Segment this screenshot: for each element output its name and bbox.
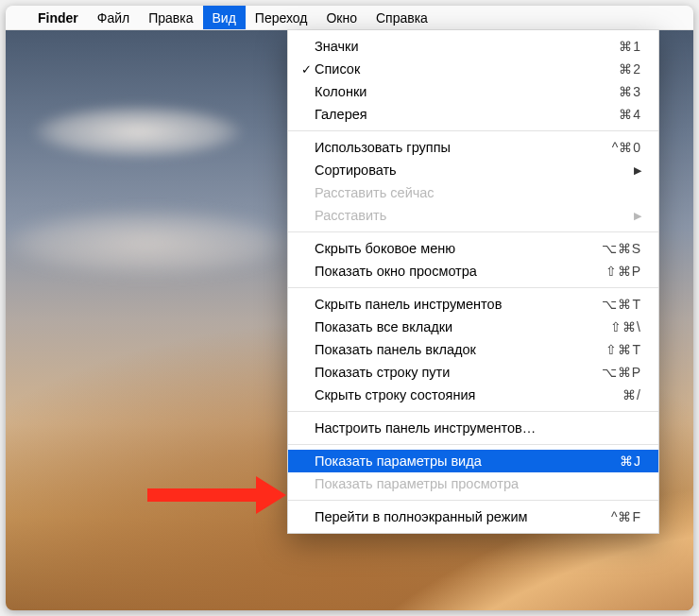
menu-item-label: Скрыть строку состояния bbox=[315, 387, 622, 402]
menu-item-shortcut: ⌥⌘S bbox=[602, 241, 641, 256]
menu-help[interactable]: Справка bbox=[367, 6, 437, 29]
menu-item-label: Скрыть панель инструментов bbox=[315, 297, 602, 312]
menu-item-label: Расставить bbox=[315, 208, 634, 223]
menu-item-label: Сортировать bbox=[315, 163, 634, 178]
checkmark-icon: ✓ bbox=[298, 62, 315, 77]
menu-item-shortcut: ⌥⌘T bbox=[602, 297, 641, 312]
menu-item-label: Список bbox=[315, 61, 619, 77]
menu-item-shortcut: ^⌘F bbox=[611, 509, 641, 524]
menu-separator bbox=[288, 411, 658, 412]
menu-item-shortcut: ⌘1 bbox=[619, 39, 641, 54]
menu-item: Расставить сейчас bbox=[288, 181, 658, 204]
menu-item-shortcut: ⇧⌘T bbox=[605, 342, 641, 357]
menu-item[interactable]: Показать все вкладки⇧⌘\ bbox=[288, 316, 658, 338]
menu-item[interactable]: Колонки⌘3 bbox=[288, 80, 658, 103]
menu-item-label: Галерея bbox=[315, 107, 619, 122]
menu-item[interactable]: Показать панель вкладок⇧⌘T bbox=[288, 338, 658, 361]
menu-go[interactable]: Переход bbox=[246, 6, 317, 29]
menu-item[interactable]: Перейти в полноэкранный режим^⌘F bbox=[288, 505, 658, 528]
menu-item-shortcut: ⌘/ bbox=[622, 387, 641, 402]
chevron-right-icon: ▶ bbox=[634, 164, 641, 177]
menu-item-shortcut: ⇧⌘P bbox=[605, 264, 641, 279]
menu-item-label: Показать панель вкладок bbox=[315, 342, 605, 357]
menu-separator bbox=[288, 130, 658, 131]
menu-item[interactable]: Использовать группы^⌘0 bbox=[288, 136, 658, 159]
menu-item[interactable]: Настроить панель инструментов… bbox=[288, 417, 658, 439]
menu-separator bbox=[288, 444, 658, 445]
menu-view[interactable]: Вид bbox=[203, 6, 246, 29]
menu-item-label: Показать все вкладки bbox=[315, 319, 610, 334]
menu-item[interactable]: Показать строку пути⌥⌘P bbox=[288, 361, 658, 384]
menu-item[interactable]: Скрыть боковое меню⌥⌘S bbox=[288, 237, 658, 260]
menu-item: Показать параметры просмотра bbox=[288, 472, 658, 495]
menu-item[interactable]: Значки⌘1 bbox=[288, 35, 658, 58]
menu-item-shortcut: ⇧⌘\ bbox=[610, 319, 641, 334]
menu-window[interactable]: Окно bbox=[316, 6, 367, 29]
menu-item[interactable]: ✓Список⌘2 bbox=[288, 58, 658, 80]
menu-item-label: Показать параметры вида bbox=[315, 453, 620, 469]
menu-item-shortcut: ⌘4 bbox=[619, 107, 641, 122]
view-menu-dropdown: Значки⌘1✓Список⌘2Колонки⌘3Галерея⌘4Испол… bbox=[287, 30, 659, 534]
menu-item-label: Использовать группы bbox=[315, 140, 612, 155]
menu-item-label: Колонки bbox=[315, 84, 619, 99]
app-name[interactable]: Finder bbox=[28, 6, 88, 29]
menu-edit[interactable]: Правка bbox=[139, 6, 202, 29]
annotation-arrow bbox=[147, 476, 286, 514]
menu-item-label: Показать окно просмотра bbox=[315, 264, 605, 279]
menu-item-label: Расставить сейчас bbox=[315, 185, 641, 200]
menu-item-shortcut: ⌘J bbox=[620, 453, 641, 469]
menu-item[interactable]: Скрыть строку состояния⌘/ bbox=[288, 384, 658, 406]
menu-item[interactable]: Сортировать▶ bbox=[288, 159, 658, 181]
menu-item[interactable]: Показать параметры вида⌘J bbox=[288, 450, 658, 472]
menu-item-label: Значки bbox=[315, 39, 619, 54]
menu-item-shortcut: ⌘2 bbox=[619, 61, 641, 77]
chevron-right-icon: ▶ bbox=[634, 210, 641, 222]
menu-file[interactable]: Файл bbox=[88, 6, 139, 29]
menu-item[interactable]: Показать окно просмотра⇧⌘P bbox=[288, 260, 658, 282]
menu-separator bbox=[288, 287, 658, 288]
menu-item-label: Скрыть боковое меню bbox=[315, 241, 602, 256]
apple-menu-icon[interactable] bbox=[19, 6, 28, 29]
menu-separator bbox=[288, 231, 658, 232]
menu-item-shortcut: ^⌘0 bbox=[612, 140, 641, 155]
menu-item-label: Настроить панель инструментов… bbox=[315, 420, 641, 436]
menu-item-shortcut: ⌥⌘P bbox=[602, 365, 641, 380]
menu-item-shortcut: ⌘3 bbox=[619, 84, 641, 99]
menu-separator bbox=[288, 500, 658, 501]
menu-item-label: Перейти в полноэкранный режим bbox=[315, 509, 611, 524]
menu-item-label: Показать строку пути bbox=[315, 365, 602, 380]
menu-item-label: Показать параметры просмотра bbox=[315, 476, 641, 491]
menu-item[interactable]: Галерея⌘4 bbox=[288, 103, 658, 126]
menu-item: Расставить▶ bbox=[288, 204, 658, 227]
menubar: Finder Файл Правка Вид Переход Окно Спра… bbox=[6, 6, 693, 30]
menu-item[interactable]: Скрыть панель инструментов⌥⌘T bbox=[288, 293, 658, 316]
